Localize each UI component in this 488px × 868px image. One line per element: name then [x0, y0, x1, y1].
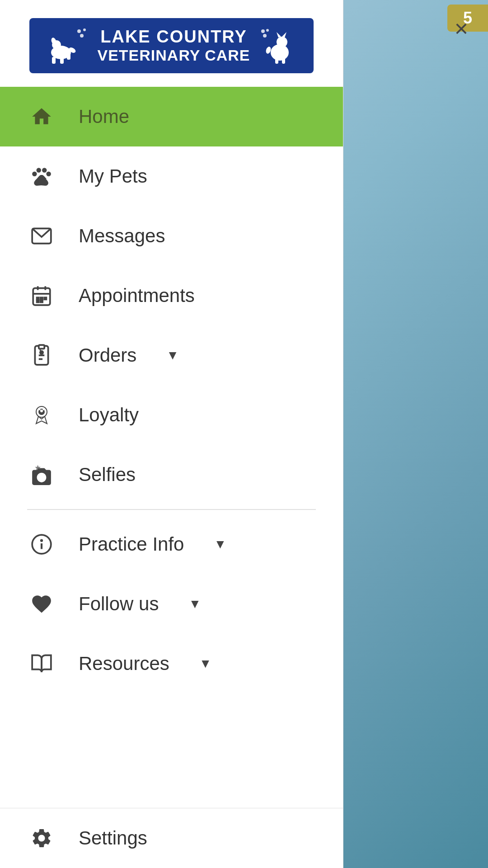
svg-point-37: [40, 351, 43, 354]
sidebar-item-settings[interactable]: Settings: [0, 808, 343, 868]
svg-point-11: [277, 37, 287, 47]
sidebar-item-home-label: Home: [79, 106, 129, 127]
sidebar-item-follow-us-label: Follow us: [79, 593, 159, 615]
resources-chevron-icon: ▼: [199, 656, 212, 671]
svg-rect-34: [39, 345, 45, 349]
follow-us-chevron-icon: ▼: [188, 597, 201, 611]
sidebar-item-settings-label: Settings: [79, 827, 147, 849]
calendar-icon: [27, 281, 56, 310]
svg-point-9: [80, 34, 84, 38]
svg-rect-31: [44, 297, 46, 299]
sidebar-item-practice-info-label: Practice Info: [79, 533, 184, 555]
svg-rect-15: [282, 57, 285, 64]
svg-point-20: [32, 172, 37, 176]
svg-point-17: [261, 29, 265, 33]
info-icon: [27, 530, 56, 559]
sidebar-item-messages-label: Messages: [79, 225, 165, 247]
svg-point-45: [39, 476, 45, 482]
svg-rect-33: [41, 300, 42, 302]
heart-icon: [27, 590, 56, 618]
svg-rect-5: [67, 52, 70, 60]
svg-marker-13: [282, 32, 286, 38]
svg-marker-12: [277, 32, 281, 38]
svg-point-23: [46, 172, 51, 176]
navigation-drawer: LAKE COUNTRY VETERINARY CARE: [0, 0, 343, 868]
sidebar-item-selfies-label: Selfies: [79, 464, 136, 486]
orders-icon: [27, 341, 56, 370]
camera-icon: [27, 460, 56, 489]
cat-icon: [259, 28, 296, 64]
svg-point-19: [263, 34, 267, 38]
logo-box: LAKE COUNTRY VETERINARY CARE: [29, 18, 313, 73]
svg-line-38: [40, 350, 41, 351]
svg-point-42: [39, 409, 41, 410]
close-button[interactable]: ×: [446, 13, 477, 44]
svg-point-21: [37, 168, 41, 172]
sidebar-item-messages[interactable]: Messages: [0, 206, 343, 266]
home-icon: [27, 102, 56, 131]
sidebar-item-appointments[interactable]: Appointments: [0, 266, 343, 326]
sidebar-item-follow-us[interactable]: Follow us ▼: [0, 574, 343, 634]
svg-rect-14: [275, 57, 278, 64]
sidebar-item-pets-label: My Pets: [79, 165, 147, 187]
paw-icon: [27, 162, 56, 191]
svg-point-18: [266, 29, 269, 32]
nav-list: Home My Pets Me: [0, 87, 343, 808]
orders-chevron-icon: ▼: [166, 348, 179, 363]
svg-rect-32: [37, 300, 39, 302]
svg-rect-3: [52, 57, 56, 64]
sidebar-item-orders-label: Orders: [79, 344, 136, 366]
logo-text: LAKE COUNTRY VETERINARY CARE: [97, 27, 250, 64]
sidebar-item-appointments-label: Appointments: [79, 285, 195, 307]
svg-point-22: [42, 168, 47, 172]
svg-point-41: [40, 410, 43, 412]
loyalty-icon: [27, 401, 56, 429]
sidebar-item-resources[interactable]: Resources ▼: [0, 634, 343, 693]
svg-point-43: [43, 409, 44, 410]
sidebar-item-practice-info[interactable]: Practice Info ▼: [0, 514, 343, 574]
sidebar-item-loyalty[interactable]: Loyalty: [0, 385, 343, 445]
settings-icon: [27, 824, 56, 853]
mail-icon: [27, 222, 56, 250]
sidebar-item-selfies[interactable]: Selfies: [0, 445, 343, 505]
sidebar-item-my-pets[interactable]: My Pets: [0, 146, 343, 206]
sidebar-item-home[interactable]: Home: [0, 87, 343, 146]
dog-icon: [47, 28, 88, 64]
svg-rect-30: [41, 297, 42, 299]
svg-point-7: [77, 29, 81, 33]
svg-rect-29: [37, 297, 39, 299]
sidebar-item-loyalty-label: Loyalty: [79, 404, 139, 426]
svg-point-8: [83, 28, 86, 31]
nav-divider: [27, 509, 316, 510]
logo-area: LAKE COUNTRY VETERINARY CARE: [0, 0, 343, 87]
sidebar-item-resources-label: Resources: [79, 653, 169, 675]
practice-info-chevron-icon: ▼: [214, 537, 226, 552]
sidebar-item-orders[interactable]: Orders ▼: [0, 326, 343, 385]
svg-rect-4: [60, 57, 64, 64]
book-icon: [27, 649, 56, 678]
